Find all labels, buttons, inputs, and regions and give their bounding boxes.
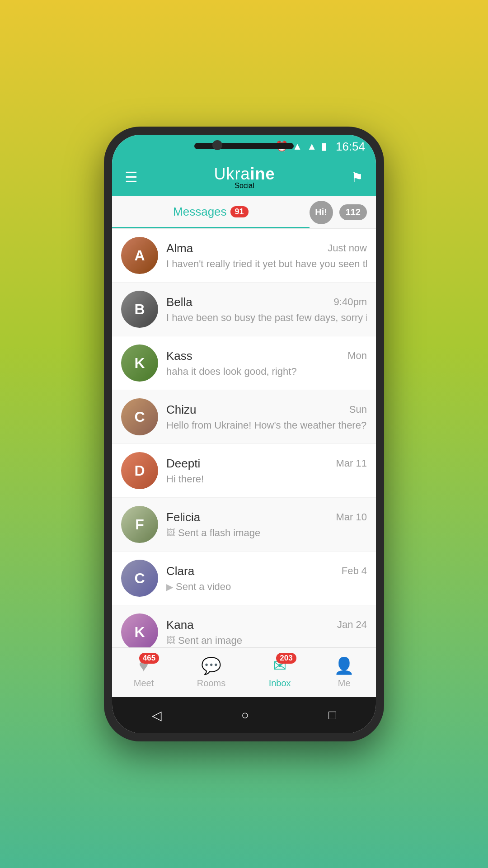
message-preview: I haven't really tried it yet but have y… [166, 258, 367, 270]
tab-extra-icons: Hi! 112 [310, 201, 376, 224]
message-time: Sun [349, 404, 367, 415]
tabs-bar: Messages 91 Hi! 112 [112, 196, 376, 229]
rooms-nav-icon: 💬 [201, 656, 221, 675]
inbox-nav-label: Inbox [269, 678, 291, 689]
message-time: Mon [347, 350, 367, 362]
preview-text: I haven't really tried it yet but have y… [166, 258, 367, 270]
flag-icon[interactable]: ⚑ [351, 170, 363, 185]
inbox-nav-icon: ✉203 [273, 656, 286, 675]
preview-text: I have been so busy the past few days, s… [166, 312, 367, 324]
back-button[interactable]: ◁ [152, 708, 162, 723]
list-item[interactable]: CChizuSunHello from Ukraine! How's the w… [112, 390, 376, 444]
avatar: B [121, 291, 158, 328]
list-item[interactable]: DDeeptiMar 11Hi there! [112, 444, 376, 498]
list-item[interactable]: KKassMonhaha it does look good, right? [112, 336, 376, 390]
message-list: AAlmaJust nowI haven't really tried it y… [112, 229, 376, 647]
signal-icon: ▲ [307, 141, 317, 152]
rooms-nav-label: Rooms [197, 678, 225, 689]
app-header: ☰ Ukraine Social ⚑ [112, 158, 376, 196]
meet-nav-label: Meet [134, 678, 154, 689]
message-time: Mar 10 [336, 511, 367, 523]
recent-button[interactable]: □ [328, 708, 336, 722]
nav-item-me[interactable]: 👤Me [334, 656, 354, 689]
avatar: F [121, 506, 158, 543]
message-preview: Hello from Ukraine! How's the weather th… [166, 420, 367, 431]
status-time: 16:54 [336, 140, 365, 154]
tab-messages-label: Messages [173, 205, 227, 219]
bottom-nav: ♥465Meet💬Rooms✉203Inbox👤Me [112, 647, 376, 697]
preview-text: Sent an image [178, 635, 242, 646]
message-preview: I have been so busy the past few days, s… [166, 312, 367, 324]
message-name: Clara [166, 564, 194, 578]
message-time: Jan 24 [337, 619, 367, 631]
app-title: Ukraine [214, 165, 275, 183]
phone-frame: ⏰ ▲ ▲ ▮ 16:54 ☰ Ukraine Social ⚑ Message… [104, 127, 384, 741]
message-time: Mar 11 [336, 458, 367, 469]
message-name: Kana [166, 618, 194, 632]
avatar: D [121, 452, 158, 489]
list-item[interactable]: KKanaJan 24🖼Sent an image [112, 605, 376, 647]
message-name: Alma [166, 241, 193, 255]
me-nav-label: Me [338, 678, 351, 689]
phone-screen: ⏰ ▲ ▲ ▮ 16:54 ☰ Ukraine Social ⚑ Message… [112, 135, 376, 733]
meet-nav-icon: ♥465 [139, 656, 148, 675]
list-item[interactable]: AAlmaJust nowI haven't really tried it y… [112, 229, 376, 283]
greeting-badge[interactable]: Hi! [310, 201, 333, 224]
preview-text: Hi there! [166, 473, 204, 485]
tab-messages[interactable]: Messages 91 [112, 196, 310, 228]
list-item[interactable]: BBella9:40pmI have been so busy the past… [112, 283, 376, 336]
list-item[interactable]: CClaraFeb 4▶Sent a video [112, 552, 376, 605]
message-preview: Hi there! [166, 473, 367, 485]
list-item[interactable]: FFeliciaMar 10🖼Sent a flash image [112, 498, 376, 552]
preview-text: Sent a video [176, 581, 231, 593]
home-button[interactable]: ○ [241, 708, 249, 722]
message-name: Bella [166, 295, 192, 309]
message-time: Feb 4 [342, 565, 367, 577]
meet-badge: 465 [139, 653, 159, 664]
message-time: 9:40pm [334, 296, 367, 308]
message-preview: haha it does look good, right? [166, 366, 367, 377]
greeting-count-badge[interactable]: 112 [339, 204, 367, 220]
alarm-icon: ⏰ [276, 141, 288, 152]
message-preview: 🖼Sent a flash image [166, 527, 367, 539]
nav-item-rooms[interactable]: 💬Rooms [197, 656, 225, 689]
avatar: A [121, 237, 158, 274]
system-nav: ◁ ○ □ [112, 697, 376, 733]
preview-text: Sent a flash image [178, 527, 260, 539]
menu-button[interactable]: ☰ [125, 169, 138, 186]
inbox-badge: 203 [276, 653, 296, 664]
media-icon: 🖼 [166, 528, 175, 538]
media-icon: ▶ [166, 581, 173, 592]
message-name: Kass [166, 349, 192, 363]
status-icons: ⏰ ▲ ▲ ▮ 16:54 [276, 140, 365, 154]
message-preview: ▶Sent a video [166, 581, 367, 593]
wifi-icon: ▲ [292, 141, 302, 152]
greeting-label: Hi! [315, 207, 327, 217]
avatar: K [121, 613, 158, 647]
preview-text: haha it does look good, right? [166, 366, 297, 377]
message-preview: 🖼Sent an image [166, 635, 367, 646]
nav-item-inbox[interactable]: ✉203Inbox [269, 656, 291, 689]
battery-icon: ▮ [321, 141, 327, 152]
message-name: Deepti [166, 457, 200, 471]
greeting-count: 112 [346, 207, 361, 217]
preview-text: Hello from Ukraine! How's the weather th… [166, 420, 366, 431]
avatar: C [121, 560, 158, 597]
status-bar: ⏰ ▲ ▲ ▮ 16:54 [112, 135, 376, 158]
app-title-container: Ukraine Social [214, 165, 275, 190]
me-nav-icon: 👤 [334, 656, 354, 675]
message-name: Felicia [166, 510, 200, 524]
messages-badge: 91 [230, 206, 249, 217]
media-icon: 🖼 [166, 635, 175, 646]
avatar: C [121, 398, 158, 435]
message-name: Chizu [166, 403, 196, 417]
message-time: Just now [328, 242, 367, 254]
avatar: K [121, 344, 158, 382]
nav-item-meet[interactable]: ♥465Meet [134, 656, 154, 689]
